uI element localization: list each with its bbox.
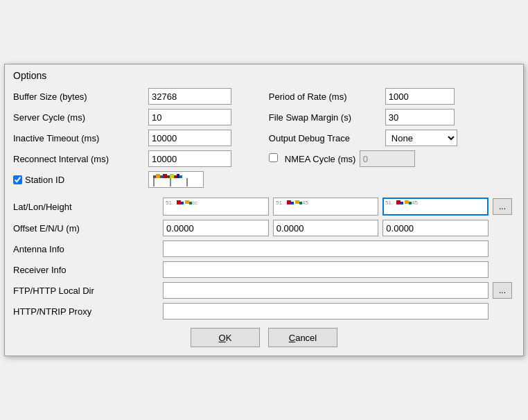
reconnect-interval-row: Reconnect Interval (ms) NMEA Cycle (ms) <box>13 150 515 167</box>
lon-input[interactable] <box>273 198 379 216</box>
svg-rect-0 <box>153 175 156 178</box>
station-id-row: Station ID <box>13 171 515 188</box>
svg-rect-11 <box>186 178 188 186</box>
svg-rect-2 <box>160 175 163 178</box>
nmea-cycle-label: NMEA Cycle (ms) <box>283 154 360 164</box>
receiver-info-input[interactable] <box>163 261 489 278</box>
http-ntrip-input[interactable] <box>163 303 489 320</box>
buffer-size-label: Buffer Size (bytes) <box>13 91 148 102</box>
svg-rect-1 <box>156 174 160 178</box>
buffer-size-row: Buffer Size (bytes) Period of Rate (ms) <box>13 88 515 105</box>
period-rate-input[interactable] <box>385 88 455 105</box>
period-rate-label: Period of Rate (ms) <box>267 91 385 102</box>
offset-e-input[interactable] <box>163 220 269 236</box>
latlon-label: Lat/Lon/Height <box>13 202 159 212</box>
nmea-cycle-input[interactable] <box>360 150 415 167</box>
svg-rect-5 <box>170 174 174 178</box>
output-debug-label: Output Debug Trace <box>267 133 385 143</box>
ok-button[interactable]: OK <box>191 328 260 347</box>
svg-rect-8 <box>179 175 182 178</box>
latlon-row: Lat/Lon/Height 51. cc 51. <box>13 198 515 216</box>
output-debug-dropdown[interactable]: None Low Medium High <box>385 130 457 146</box>
dialog-title: Options <box>13 70 515 81</box>
station-id-icon <box>152 173 200 186</box>
reconnect-interval-input[interactable] <box>148 150 231 167</box>
server-cycle-input[interactable] <box>148 109 231 125</box>
svg-rect-3 <box>163 174 167 178</box>
svg-rect-10 <box>170 178 171 186</box>
station-id-input[interactable] <box>148 171 204 188</box>
nmea-cycle-checkbox[interactable] <box>269 153 278 162</box>
height-input[interactable] <box>382 198 489 216</box>
station-id-label: Station ID <box>25 175 64 185</box>
svg-rect-7 <box>177 174 179 178</box>
station-id-checkbox[interactable] <box>13 175 22 184</box>
antenna-info-label: Antenna Info <box>13 244 159 254</box>
reconnect-interval-label: Reconnect Interval (ms) <box>13 154 148 164</box>
inactive-timeout-label: Inactive Timeout (ms) <box>13 133 148 143</box>
http-ntrip-row: HTTP/NTRIP Proxy <box>13 303 515 320</box>
offset-u-input[interactable] <box>382 220 489 236</box>
inactive-timeout-row: Inactive Timeout (ms) Output Debug Trace… <box>13 130 515 146</box>
offset-row: Offset E/N/U (m) <box>13 220 515 236</box>
latlon-browse-button[interactable]: ... <box>493 198 512 215</box>
cancel-button[interactable]: Cancel <box>268 328 337 347</box>
server-cycle-label: Server Cycle (ms) <box>13 112 148 123</box>
inactive-timeout-input[interactable] <box>148 130 231 146</box>
ftp-http-browse-button[interactable]: ... <box>493 282 512 299</box>
antenna-info-input[interactable] <box>163 240 489 257</box>
offset-n-input[interactable] <box>273 220 379 236</box>
ftp-http-label: FTP/HTTP Local Dir <box>13 286 159 296</box>
receiver-info-label: Receiver Info <box>13 265 159 275</box>
options-dialog: Options Buffer Size (bytes) Period of Ra… <box>4 64 524 356</box>
offset-label: Offset E/N/U (m) <box>13 223 159 234</box>
server-cycle-row: Server Cycle (ms) File Swap Margin (s) <box>13 109 515 125</box>
button-row: OK Cancel <box>13 328 515 347</box>
lat-input[interactable] <box>163 198 269 216</box>
output-debug-select[interactable]: None Low Medium High <box>386 130 457 146</box>
ftp-http-row: FTP/HTTP Local Dir ... <box>13 282 515 299</box>
file-swap-input[interactable] <box>385 109 455 125</box>
receiver-info-row: Receiver Info <box>13 261 515 278</box>
svg-rect-6 <box>174 175 177 178</box>
antenna-info-row: Antenna Info <box>13 240 515 257</box>
http-ntrip-label: HTTP/NTRIP Proxy <box>13 306 159 317</box>
file-swap-label: File Swap Margin (s) <box>267 112 385 123</box>
svg-rect-4 <box>167 175 170 178</box>
buffer-size-input[interactable] <box>148 88 231 105</box>
svg-rect-9 <box>153 178 155 186</box>
ftp-http-input[interactable] <box>163 282 489 299</box>
